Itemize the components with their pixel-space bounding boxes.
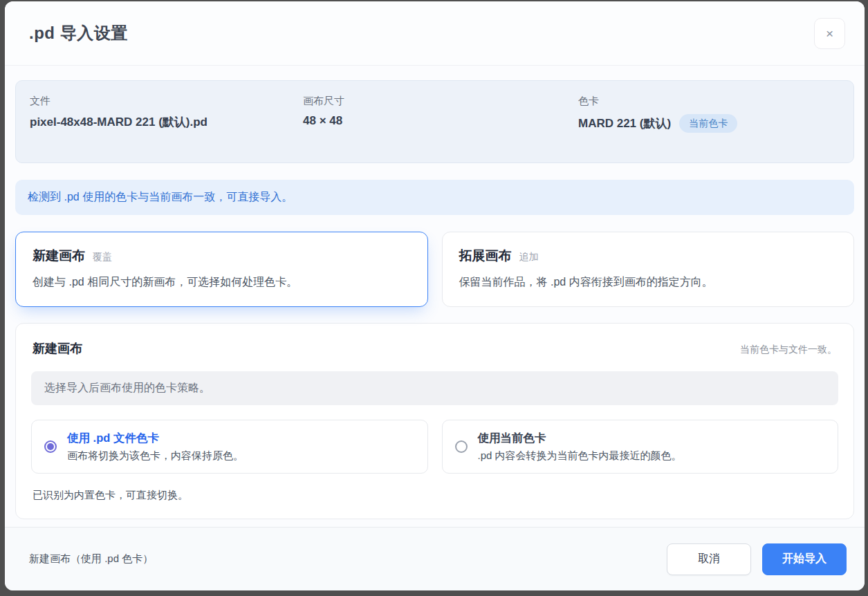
option-use-current-palette[interactable]: 使用当前色卡 .pd 内容会转换为当前色卡内最接近的颜色。 [442,420,839,474]
option-title: 使用 .pd 文件色卡 [67,431,243,446]
footer-actions: 取消 开始导入 [667,543,847,575]
option-texts: 使用 .pd 文件色卡 画布将切换为该色卡，内容保持原色。 [67,431,243,463]
notice-text: 检测到 .pd 使用的色卡与当前画布一致，可直接导入。 [28,191,293,203]
mode-card-head: 新建画布 覆盖 [33,247,411,265]
palette-value-row: MARD 221 (默认) 当前色卡 [578,114,840,133]
current-palette-badge: 当前色卡 [679,114,737,133]
option-texts: 使用当前色卡 .pd 内容会转换为当前色卡内最接近的颜色。 [478,431,682,463]
import-settings-dialog: .pd 导入设置 × 文件 pixel-48x48-MARD 221 (默认).… [5,1,865,590]
file-info-column: 文件 pixel-48x48-MARD 221 (默认).pd [30,95,303,133]
file-name: pixel-48x48-MARD 221 (默认).pd [30,114,303,130]
start-import-button[interactable]: 开始导入 [762,543,847,575]
strategy-prompt-text: 选择导入后画布使用的色卡策略。 [44,382,210,393]
dialog-footer: 新建画布（使用 .pd 色卡） 取消 开始导入 [5,527,865,590]
mode-card-head: 拓展画布 追加 [459,247,838,265]
import-mode-row: 新建画布 覆盖 创建与 .pd 相同尺寸的新画布，可选择如何处理色卡。 拓展画布… [15,232,854,307]
canvas-size-value: 48 × 48 [303,114,578,128]
file-info-bar: 文件 pixel-48x48-MARD 221 (默认).pd 画布尺寸 48 … [15,80,854,163]
palette-match-hint: 当前色卡与文件一致。 [740,344,837,356]
close-button[interactable]: × [814,18,845,49]
dialog-title: .pd 导入设置 [29,22,128,44]
mode-description: 创建与 .pd 相同尺寸的新画布，可选择如何处理色卡。 [33,275,411,290]
radio-unselected-icon[interactable] [455,440,468,453]
mode-card-expand-canvas[interactable]: 拓展画布 追加 保留当前作品，将 .pd 内容衔接到画布的指定方向。 [442,232,855,307]
option-use-pd-palette[interactable]: 使用 .pd 文件色卡 画布将切换为该色卡，内容保持原色。 [31,420,428,474]
option-title: 使用当前色卡 [478,431,682,446]
section-head: 新建画布 当前色卡与文件一致。 [31,340,838,357]
close-icon: × [826,26,833,41]
option-description: 画布将切换为该色卡，内容保持原色。 [67,449,243,463]
section-title: 新建画布 [33,340,82,357]
dialog-header: .pd 导入设置 × [5,1,865,66]
mode-tag: 追加 [519,251,539,263]
mode-card-new-canvas[interactable]: 新建画布 覆盖 创建与 .pd 相同尺寸的新画布，可选择如何处理色卡。 [15,232,428,307]
file-label: 文件 [30,95,303,108]
strategy-prompt: 选择导入后画布使用的色卡策略。 [31,371,838,405]
mode-title: 新建画布 [33,247,85,265]
mode-tag: 覆盖 [93,251,112,263]
builtin-palette-footnote: 已识别为内置色卡，可直接切换。 [31,489,838,502]
palette-option-row: 使用 .pd 文件色卡 画布将切换为该色卡，内容保持原色。 使用当前色卡 .pd… [31,420,838,474]
palette-match-notice: 检测到 .pd 使用的色卡与当前画布一致，可直接导入。 [15,180,854,215]
option-description: .pd 内容会转换为当前色卡内最接近的颜色。 [478,449,682,463]
selection-summary: 新建画布（使用 .pd 色卡） [29,552,153,566]
new-canvas-section: 新建画布 当前色卡与文件一致。 选择导入后画布使用的色卡策略。 使用 .pd 文… [15,323,854,519]
dialog-body: 文件 pixel-48x48-MARD 221 (默认).pd 画布尺寸 48 … [5,66,865,527]
cancel-button[interactable]: 取消 [667,543,751,575]
canvas-size-column: 画布尺寸 48 × 48 [303,95,578,133]
radio-selected-icon[interactable] [44,440,57,453]
palette-label: 色卡 [578,95,840,108]
mode-description: 保留当前作品，将 .pd 内容衔接到画布的指定方向。 [459,275,838,290]
palette-column: 色卡 MARD 221 (默认) 当前色卡 [578,95,840,133]
canvas-size-label: 画布尺寸 [303,95,578,108]
mode-title: 拓展画布 [459,247,512,265]
palette-name: MARD 221 (默认) [578,115,671,131]
